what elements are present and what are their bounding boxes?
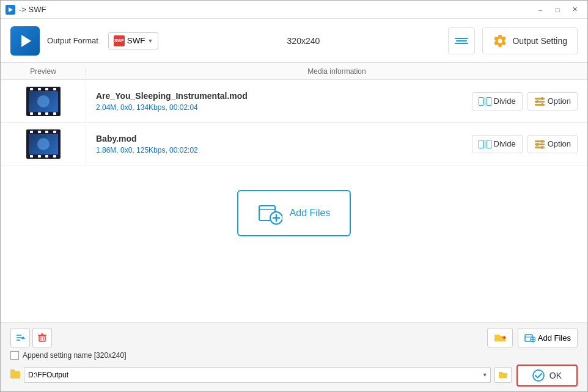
film-hole [30,112,33,115]
svg-point-35 [533,370,544,381]
path-dropdown-arrow[interactable]: ▼ [482,372,488,378]
film-strip-icon [26,129,61,159]
divide-button-2[interactable]: Divide [472,135,523,153]
film-hole [30,131,33,133]
film-hole [53,88,56,90]
add-files-icon [258,201,282,225]
film-hole [30,155,33,158]
divide-label-1: Divide [494,96,516,106]
col-preview-header: Preview [1,67,86,76]
divide-button-1[interactable]: Divide [472,92,523,111]
film-hole [38,88,41,90]
folder-output-icon [494,333,506,343]
option-button-2[interactable]: Option [527,135,578,153]
option-button-1[interactable]: Option [527,92,578,111]
bottom-left-tools [10,328,52,347]
toolbar: Output Format SWF SWF ▼ 320x240 Output S… [1,19,587,63]
bottom-toolbar: Add Files [10,328,578,347]
delete-button[interactable] [32,328,52,347]
output-format-label: Output Format [47,36,98,45]
window-controls: – □ ✕ [532,4,582,16]
file-meta-1: 2.04M, 0x0, 134Kbps, 00:02:04 [96,103,462,112]
film-center-inner [37,138,50,150]
ok-label: OK [549,371,562,380]
divide-rect-right [487,97,491,106]
output-path-input[interactable] [28,371,474,379]
film-hole [53,112,56,115]
resolution-text: 320x240 [166,36,441,46]
output-setting-button[interactable]: Output Setting [482,27,578,54]
append-checkbox[interactable] [10,351,19,360]
format-dropdown-arrow: ▼ [147,38,153,44]
play-icon [21,35,31,47]
app-title-icon [6,5,15,15]
film-holes-bottom [26,155,61,158]
format-label: SWF [127,36,145,45]
close-button[interactable]: ✕ [567,4,582,16]
option-label-1: Option [548,96,571,106]
gear-icon [493,34,507,48]
layers-button[interactable] [448,27,475,54]
film-hole [45,155,48,158]
file-actions-1: Divide Option [472,92,587,111]
content-area: Preview Media information [1,63,587,322]
window-title: -> SWF [19,5,46,14]
file-thumbnail-1 [1,82,86,121]
sort-button[interactable] [10,328,30,347]
layer-line-3 [455,43,468,44]
film-hole [53,131,56,133]
maximize-button[interactable]: □ [549,4,565,16]
film-hole [45,88,48,90]
divide-rect-left [479,97,483,106]
film-hole [38,112,41,115]
table-row: Baby.mod 1.86M, 0x0, 125Kbps, 00:02:02 D… [1,123,587,165]
divide-label-2: Divide [494,139,516,148]
ok-check-icon [532,369,545,382]
folder-icon [10,371,20,379]
append-setting-row: Append setting name [320x240] [10,351,578,360]
folder-output-button[interactable] [487,328,513,347]
divide-icon [479,140,491,148]
layer-line-2 [456,40,467,42]
film-hole [45,131,48,133]
output-setting-label: Output Setting [512,36,567,46]
option-icon-2 [534,139,545,150]
divide-icon [479,97,491,106]
add-files-area: Add Files [1,165,587,261]
divide-line [485,140,485,148]
film-center [29,91,58,112]
divide-line [485,97,485,106]
output-path-row: ▼ [10,367,512,383]
append-label: Append setting name [320x240] [23,351,126,360]
swf-icon: SWF [114,35,125,46]
add-files-bottom-label: Add Files [538,333,571,343]
minimize-button[interactable]: – [532,4,548,16]
add-files-button[interactable]: Add Files [237,190,351,236]
file-info-2: Baby.mod 1.86M, 0x0, 125Kbps, 00:02:02 [86,129,472,159]
output-path-container: ▼ [24,367,491,383]
bottom-right-tools: Add Files [487,328,578,347]
file-name-2: Baby.mod [96,134,462,143]
film-hole [53,155,56,158]
add-files-bottom-button[interactable]: Add Files [518,328,578,347]
bottom-bar: Add Files Append setting name [320x240] … [1,322,587,391]
svg-rect-23 [39,336,45,341]
layers-icon [455,38,468,44]
title-bar: -> SWF – □ ✕ [1,1,587,19]
film-hole [30,88,33,90]
film-hole [45,112,48,115]
file-meta-2: 1.86M, 0x0, 125Kbps, 00:02:02 [96,146,462,154]
format-button[interactable]: SWF SWF ▼ [108,32,159,49]
film-center [29,134,58,154]
divide-rect-right [487,140,491,148]
film-holes-top [26,131,61,133]
ok-button[interactable]: OK [516,365,578,387]
divide-rect-left [479,140,483,148]
file-info-1: Are_You_Sleeping_Instrumental.mod 2.04M,… [86,86,472,117]
browse-button[interactable] [494,367,512,383]
film-center-inner [37,95,50,107]
title-bar-left: -> SWF [6,5,46,15]
main-window: -> SWF – □ ✕ Output Format SWF SWF ▼ 320… [0,0,588,392]
ok-area: OK [516,365,578,387]
table-row: Are_You_Sleeping_Instrumental.mod 2.04M,… [1,80,587,123]
